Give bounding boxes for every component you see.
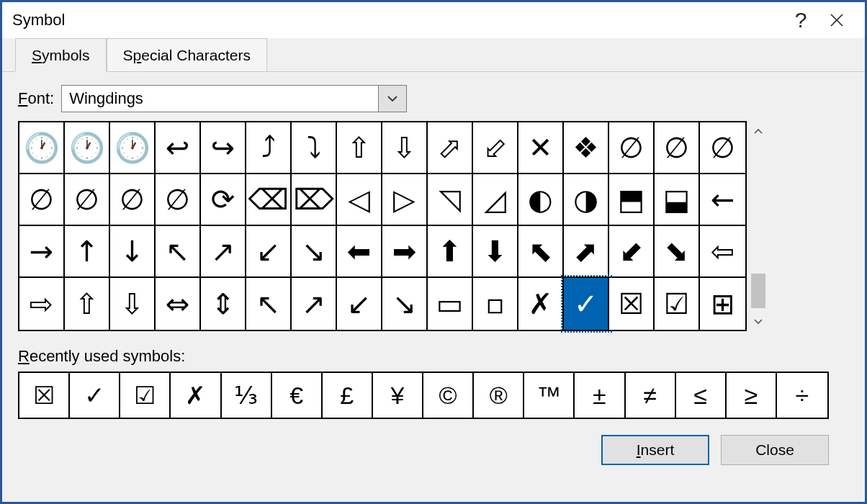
recent-symbol-cell[interactable]: £	[323, 373, 373, 418]
symbol-cell[interactable]: ☒	[609, 278, 655, 330]
symbol-cell[interactable]: ⇦	[700, 226, 745, 278]
symbol-cell[interactable]: →	[19, 226, 65, 278]
recent-symbol-cell[interactable]: ≤	[676, 373, 727, 418]
symbol-cell[interactable]: ◐	[518, 174, 564, 226]
symbol-cell[interactable]: ↪	[201, 122, 246, 174]
symbol-cell[interactable]: ↘	[292, 226, 337, 278]
symbol-cell[interactable]: ▷	[382, 174, 428, 226]
symbol-cell[interactable]: ⌦	[292, 174, 337, 226]
symbol-cell[interactable]: ⊞	[700, 278, 745, 330]
scrollbar[interactable]	[750, 121, 767, 331]
symbol-cell[interactable]: ⬈	[564, 226, 609, 278]
font-input[interactable]	[61, 85, 378, 112]
grid-row: ∅∅∅∅⟳⌫⌦◁▷◹◿◐◑⬒⬓←	[19, 174, 745, 226]
scroll-thumb[interactable]	[751, 274, 765, 308]
symbol-cell[interactable]: ⤵	[292, 122, 337, 174]
symbol-cell[interactable]: ↖	[246, 278, 292, 330]
tab-symbols[interactable]: Symbols	[15, 38, 107, 71]
recent-symbol-cell[interactable]: ☒	[19, 373, 70, 418]
symbol-cell[interactable]: ☑	[655, 278, 700, 330]
symbol-cell[interactable]: ✓	[564, 278, 609, 330]
symbol-cell[interactable]: ∅	[700, 122, 745, 174]
symbol-cell[interactable]: ⬓	[655, 174, 700, 226]
symbol-cell[interactable]: ↗	[201, 226, 246, 278]
symbol-cell[interactable]: ∅	[65, 174, 110, 226]
symbol-cell[interactable]: ⬃	[473, 122, 518, 174]
chevron-up-icon	[753, 127, 763, 135]
symbol-cell[interactable]: ⇩	[382, 122, 428, 174]
symbol-cell[interactable]: ∅	[19, 174, 65, 226]
symbol-cell[interactable]: ↙	[246, 226, 292, 278]
symbol-cell[interactable]: ⬉	[518, 226, 564, 278]
scroll-up-button[interactable]	[750, 121, 767, 141]
symbol-cell[interactable]: ⬒	[609, 174, 655, 226]
symbol-cell[interactable]: ⇨	[19, 278, 65, 330]
symbol-cell[interactable]: ↙	[337, 278, 382, 330]
symbol-cell[interactable]: ⇧	[337, 122, 382, 174]
symbol-cell[interactable]: ❖	[564, 122, 609, 174]
symbol-cell[interactable]: ⬆	[428, 226, 473, 278]
symbol-cell[interactable]: ◿	[473, 174, 518, 226]
symbol-cell[interactable]: ↑	[65, 226, 110, 278]
symbol-cell[interactable]: ↖	[156, 226, 201, 278]
symbol-cell[interactable]: ∅	[655, 122, 700, 174]
help-button[interactable]: ?	[783, 2, 819, 38]
symbol-cell[interactable]: ↗	[292, 278, 337, 330]
tab-special-characters[interactable]: Special Characters	[107, 38, 267, 71]
symbol-cell[interactable]: ✕	[518, 122, 564, 174]
symbol-cell[interactable]: 🕐	[65, 122, 110, 174]
symbol-cell[interactable]: ◹	[428, 174, 473, 226]
symbol-cell[interactable]: ➡	[382, 226, 428, 278]
recent-symbol-cell[interactable]: ≥	[727, 373, 777, 418]
symbol-cell[interactable]: ◑	[564, 174, 609, 226]
recent-symbol-cell[interactable]: ✗	[171, 373, 221, 418]
symbol-cell[interactable]: ∅	[156, 174, 201, 226]
symbol-cell[interactable]: ⬅	[337, 226, 382, 278]
symbol-cell[interactable]: 🕐	[19, 122, 65, 174]
symbol-cell[interactable]: ↩	[156, 122, 201, 174]
scroll-down-button[interactable]	[750, 311, 767, 331]
symbol-cell[interactable]: ⤴	[246, 122, 292, 174]
symbol-cell[interactable]: ▭	[428, 278, 473, 330]
symbol-cell[interactable]: ⇕	[201, 278, 246, 330]
symbol-dialog: Symbol ? Symbols Special Characters Font…	[0, 0, 867, 504]
symbol-cell[interactable]: ←	[700, 174, 745, 226]
symbol-cell[interactable]: ⇩	[110, 278, 156, 330]
close-button[interactable]	[819, 2, 855, 38]
symbol-cell[interactable]: ⇔	[156, 278, 201, 330]
recent-symbol-cell[interactable]: €	[272, 373, 323, 418]
grid-row: 🕐🕐🕐↩↪⤴⤵⇧⇩⬀⬃✕❖∅∅∅	[19, 122, 745, 174]
recent-symbol-cell[interactable]: ®	[474, 373, 524, 418]
scroll-track[interactable]	[750, 141, 767, 311]
symbol-cell[interactable]: ◁	[337, 174, 382, 226]
symbol-cell[interactable]: ⬀	[428, 122, 473, 174]
recent-symbol-cell[interactable]: ☑	[120, 373, 171, 418]
recent-symbol-cell[interactable]: ✓	[70, 373, 120, 418]
recent-symbol-cell[interactable]: ™	[524, 373, 575, 418]
symbol-cell[interactable]: ⬇	[473, 226, 518, 278]
symbol-cell[interactable]: ↓	[110, 226, 156, 278]
insert-button[interactable]: Insert	[601, 435, 709, 465]
recent-symbol-cell[interactable]: ±	[575, 373, 625, 418]
font-select[interactable]	[61, 85, 407, 112]
symbol-cell[interactable]: 🕐	[110, 122, 156, 174]
close-dialog-button[interactable]: Close	[721, 435, 829, 465]
symbol-cell[interactable]: ∅	[110, 174, 156, 226]
symbol-cell[interactable]: ⌫	[246, 174, 292, 226]
recent-symbol-cell[interactable]: ÷	[777, 373, 827, 418]
symbol-cell[interactable]: ∅	[609, 122, 655, 174]
symbol-cell[interactable]: ⬋	[609, 226, 655, 278]
symbol-grid-wrap: 🕐🕐🕐↩↪⤴⤵⇧⇩⬀⬃✕❖∅∅∅∅∅∅∅⟳⌫⌦◁▷◹◿◐◑⬒⬓←→↑↓↖↗↙↘⬅…	[18, 121, 849, 331]
symbol-grid: 🕐🕐🕐↩↪⤴⤵⇧⇩⬀⬃✕❖∅∅∅∅∅∅∅⟳⌫⌦◁▷◹◿◐◑⬒⬓←→↑↓↖↗↙↘⬅…	[18, 121, 747, 331]
symbol-cell[interactable]: ⬊	[655, 226, 700, 278]
symbol-cell[interactable]: ⇧	[65, 278, 110, 330]
recent-symbol-cell[interactable]: ≠	[626, 373, 676, 418]
font-dropdown-button[interactable]	[378, 85, 407, 112]
symbol-cell[interactable]: ⟳	[201, 174, 246, 226]
recent-symbol-cell[interactable]: ©	[423, 373, 474, 418]
symbol-cell[interactable]: ↘	[382, 278, 428, 330]
recent-symbol-cell[interactable]: ¥	[373, 373, 423, 418]
recent-symbol-cell[interactable]: ⅓	[222, 373, 272, 418]
symbol-cell[interactable]: ▫	[473, 278, 518, 330]
symbol-cell[interactable]: ✗	[518, 278, 564, 330]
